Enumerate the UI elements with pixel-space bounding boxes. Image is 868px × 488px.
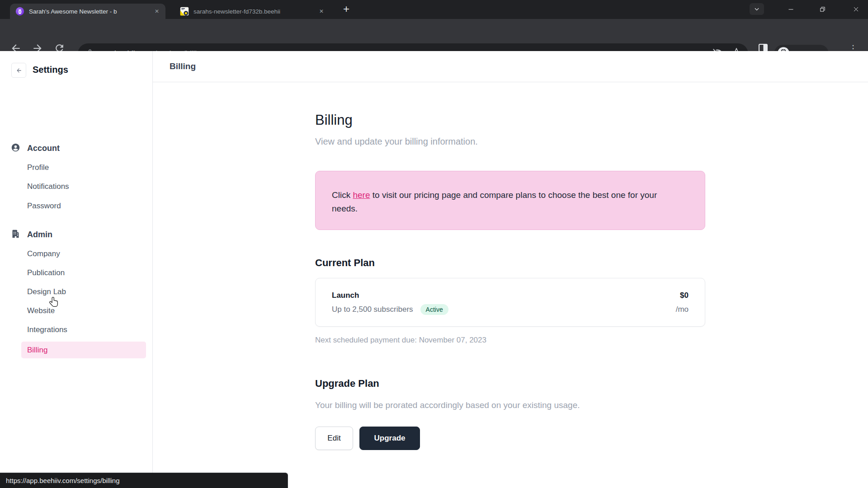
section-account: Account [11,143,60,154]
browser-chrome: Sarah's Awesome Newsletter - b ✕ sarahs-… [0,0,868,51]
upgrade-plan-heading: Upgrade Plan [315,377,705,390]
current-plan-heading: Current Plan [315,257,705,269]
user-icon [11,143,20,154]
sidebar-item-publication[interactable]: Publication [27,268,65,277]
beehiiv-app: Settings Account Profile Notifications P… [0,51,868,488]
browser-toolbar: app.beehiiv.com/settings/billing [0,19,868,51]
sidebar-item-password[interactable]: Password [27,202,61,211]
chevron-down-icon [750,3,764,15]
sidebar-item-notifications[interactable]: Notifications [27,182,69,191]
edit-button[interactable]: Edit [315,427,353,450]
tab-sarahs-newsletter-site[interactable]: sarahs-newsletter-fd732b.beehii ✕ [174,4,330,19]
sidebar-item-billing[interactable]: Billing [21,342,146,358]
section-admin: Admin [11,229,52,240]
sidebar-title: Settings [33,65,68,75]
sidebar-item-profile[interactable]: Profile [27,163,49,172]
tab-title: Sarah's Awesome Newsletter - b [29,8,150,15]
site-favicon-icon [180,7,189,16]
sidebar-item-integrations[interactable]: Integrations [27,325,67,334]
settings-sidebar: Settings Account Profile Notifications P… [0,51,153,488]
page-subtitle: View and update your billing information… [315,136,705,147]
window-close-button[interactable] [844,0,868,18]
main-content: Billing Billing View and update your bil… [153,51,868,488]
upgrade-button[interactable]: Upgrade [359,427,420,450]
window-minimize-button[interactable] [780,0,801,18]
tab-title: sarahs-newsletter-fd732b.beehii [193,8,315,15]
tab-search-button[interactable] [747,0,767,18]
tab-close-icon[interactable]: ✕ [317,7,326,15]
plan-detail: Up to 2,500 subscribers [332,302,413,316]
sidebar-item-design-lab[interactable]: Design Lab [27,287,66,296]
plan-price-period: /mo [676,302,689,316]
plan-price: $0 [676,288,689,302]
section-label: Account [27,144,60,153]
tab-strip: Sarah's Awesome Newsletter - b ✕ sarahs-… [0,0,868,19]
page-title: Billing [315,111,705,130]
upgrade-description: Your billing will be prorated accordingl… [315,400,705,411]
pricing-notice-banner: Click here to visit our pricing page and… [315,171,705,230]
sidebar-item-company[interactable]: Company [27,249,60,258]
beehiiv-favicon-icon [15,7,24,16]
link-status-tooltip: https://app.beehiiv.com/settings/billing [0,473,288,488]
topbar-title: Billing [170,61,196,71]
tab-sarahs-awesome-newsletter[interactable]: Sarah's Awesome Newsletter - b ✕ [10,4,165,19]
current-plan-card: Launch Up to 2,500 subscribers Active $0… [315,278,705,327]
notice-text-suffix: to visit our pricing page and compare pl… [332,190,657,213]
content-topbar: Billing [153,51,868,82]
pricing-page-link[interactable]: here [353,190,370,200]
plan-name: Launch [332,288,448,302]
tab-close-icon[interactable]: ✕ [153,7,161,15]
new-tab-button[interactable]: + [340,3,353,16]
building-icon [11,229,20,240]
window-restore-button[interactable] [812,0,833,18]
sidebar-item-website[interactable]: Website [27,306,55,315]
status-badge: Active [420,304,448,315]
back-button[interactable] [11,63,26,78]
notice-text-prefix: Click [332,190,350,200]
section-label: Admin [27,230,52,239]
next-payment-text: Next scheduled payment due: November 07,… [315,336,705,345]
